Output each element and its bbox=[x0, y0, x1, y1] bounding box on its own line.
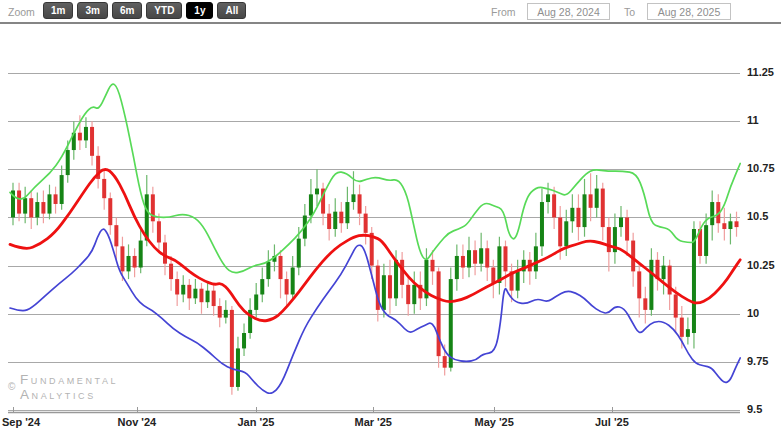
range-button-all[interactable]: All bbox=[217, 2, 246, 19]
from-label: From bbox=[491, 6, 516, 18]
candle-body bbox=[583, 194, 587, 227]
candle-body bbox=[169, 264, 173, 279]
candle-body bbox=[120, 246, 124, 271]
candle-body bbox=[327, 214, 331, 229]
watermark-line2: Analytics bbox=[20, 388, 118, 403]
candle-body bbox=[388, 275, 392, 298]
candle-body bbox=[29, 198, 33, 217]
candle-body bbox=[461, 256, 465, 268]
candle-body bbox=[236, 348, 240, 387]
candle-body bbox=[17, 190, 21, 213]
candle-body bbox=[704, 225, 708, 256]
candle-body bbox=[199, 289, 203, 302]
candle-body bbox=[114, 225, 118, 246]
y-axis-label: 11.25 bbox=[747, 66, 774, 78]
candle-body bbox=[339, 212, 343, 224]
candle-body bbox=[309, 194, 313, 215]
candle-body bbox=[102, 179, 106, 198]
candle-body bbox=[345, 202, 349, 223]
candle-body bbox=[47, 194, 51, 213]
candle-body bbox=[108, 198, 112, 225]
candle-body bbox=[285, 279, 289, 294]
copyright-icon: © bbox=[8, 381, 15, 392]
candle-body bbox=[41, 202, 45, 214]
range-button-ytd[interactable]: YTD bbox=[146, 2, 182, 19]
candle-body bbox=[54, 194, 58, 204]
bollinger-upper-line bbox=[10, 84, 740, 272]
candle-body bbox=[139, 241, 143, 268]
candle-body bbox=[540, 202, 544, 246]
zoom-label: Zoom bbox=[8, 6, 35, 18]
candle-body bbox=[497, 246, 501, 283]
candle-body bbox=[576, 208, 580, 227]
candle-body bbox=[674, 294, 678, 317]
candle-body bbox=[637, 271, 641, 298]
range-button-3m[interactable]: 3m bbox=[77, 2, 107, 19]
candle-body bbox=[406, 285, 410, 304]
candle-body bbox=[315, 189, 319, 195]
x-axis-label: Sep '24 bbox=[2, 416, 40, 428]
candle-body bbox=[686, 329, 690, 337]
candle-body bbox=[449, 279, 453, 368]
candle-body bbox=[382, 275, 386, 310]
candle-body bbox=[351, 194, 355, 202]
candle-body bbox=[619, 217, 623, 227]
range-button-1m[interactable]: 1m bbox=[43, 2, 73, 19]
to-date-input[interactable] bbox=[647, 3, 731, 20]
candle-body bbox=[358, 194, 362, 213]
candle-body bbox=[680, 318, 684, 337]
candle-body bbox=[516, 271, 520, 290]
candle-body bbox=[297, 239, 301, 268]
candle-body bbox=[187, 285, 191, 298]
candle-body bbox=[84, 127, 88, 140]
candle-body bbox=[364, 214, 368, 233]
range-button-6m[interactable]: 6m bbox=[112, 2, 142, 19]
candle-body bbox=[181, 285, 185, 295]
candle-body bbox=[412, 285, 416, 304]
candle-body bbox=[443, 356, 447, 368]
candle-body bbox=[728, 221, 732, 229]
candle-body bbox=[127, 256, 131, 271]
y-axis-label: 10.5 bbox=[747, 210, 768, 222]
candle-body bbox=[90, 127, 94, 156]
candle-body bbox=[601, 189, 605, 228]
candle-body bbox=[260, 279, 264, 294]
y-axis-label: 10 bbox=[747, 307, 759, 319]
candle-body bbox=[570, 208, 574, 221]
candle-body bbox=[546, 194, 550, 202]
candle-body bbox=[503, 246, 507, 271]
x-axis-label: Nov '24 bbox=[118, 416, 157, 428]
y-axis-label: 10.25 bbox=[747, 259, 775, 271]
stock-chart-app: Zoom 1m 3m 6m YTD 1y All From To 11.25 1… bbox=[0, 0, 781, 434]
candle-body bbox=[254, 294, 258, 309]
candle-body bbox=[473, 250, 477, 263]
candle-body bbox=[558, 217, 562, 246]
candle-body bbox=[710, 202, 714, 225]
y-axis-label: 9.5 bbox=[747, 403, 762, 415]
candle-body bbox=[230, 310, 234, 387]
candle-body bbox=[66, 150, 70, 175]
from-date-input[interactable] bbox=[527, 3, 610, 20]
y-axis-label: 9.75 bbox=[747, 355, 768, 367]
candle-body bbox=[35, 202, 39, 217]
candle-body bbox=[218, 306, 222, 318]
candle-body bbox=[163, 242, 167, 263]
candle-body bbox=[206, 291, 210, 303]
candle-body bbox=[692, 229, 696, 333]
candle-body bbox=[735, 221, 739, 227]
to-label: To bbox=[624, 6, 635, 18]
candle-body bbox=[552, 194, 556, 217]
candle-body bbox=[133, 256, 137, 268]
y-axis-label: 10.75 bbox=[747, 162, 775, 174]
x-axis-label: May '25 bbox=[475, 416, 514, 428]
candle-body bbox=[60, 175, 64, 204]
candle-body bbox=[595, 189, 599, 208]
price-chart-canvas[interactable] bbox=[0, 0, 781, 434]
candle-body bbox=[589, 194, 593, 207]
range-button-1y[interactable]: 1y bbox=[186, 2, 213, 19]
candle-body bbox=[333, 212, 337, 229]
candle-body bbox=[78, 133, 82, 141]
watermark-logo: Fundamental Analytics bbox=[20, 373, 118, 402]
candle-body bbox=[431, 260, 435, 272]
x-axis-label: Jan '25 bbox=[238, 416, 275, 428]
